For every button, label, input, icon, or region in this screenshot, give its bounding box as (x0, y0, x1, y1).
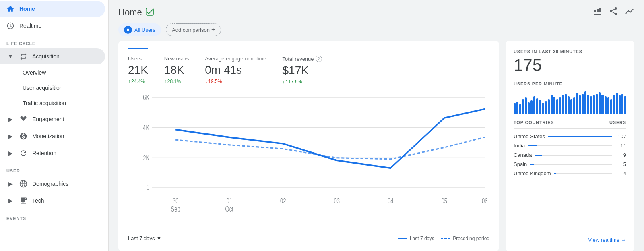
realtime-label: Realtime (19, 23, 41, 29)
engagement-icon (19, 115, 27, 123)
bar (601, 95, 603, 114)
bar (545, 101, 547, 114)
country-bar (528, 145, 537, 146)
tech-label: Tech (32, 197, 44, 204)
sidebar-item-demographics[interactable]: ▶ Demographics (0, 176, 105, 192)
sidebar: Home Realtime LIFE CYCLE ▼ Acquisition O… (0, 0, 109, 251)
svg-text:06: 06 (482, 197, 487, 204)
chart-icon[interactable] (592, 6, 602, 19)
country-bar-wrap (535, 155, 612, 156)
country-bar-wrap (530, 164, 612, 165)
home-icon (6, 5, 14, 13)
bar (553, 97, 555, 114)
compare-icon[interactable] (625, 6, 634, 19)
bar (530, 100, 533, 114)
bar (516, 102, 518, 114)
user-acquisition-label: User acquisition (23, 85, 63, 91)
metric-new-users-label: New users (164, 56, 189, 62)
bar (624, 96, 626, 114)
filter-bar: A All Users Add comparison + (109, 22, 644, 41)
verified-icon (145, 7, 154, 18)
bar (573, 97, 575, 114)
bar (584, 91, 586, 114)
country-count: 5 (615, 161, 626, 167)
down-arrow-icon (205, 79, 207, 84)
events-section: EVENTS (0, 210, 108, 222)
retention-label: Retention (32, 150, 56, 156)
country-name: United States (514, 133, 545, 139)
acquisition-icon (19, 52, 27, 60)
metric-revenue: Total revenue ? $17K 117.6% (283, 56, 322, 85)
all-users-label: All Users (134, 27, 155, 33)
lifecycle-section: LIFE CYCLE (0, 35, 108, 48)
country-bar-wrap (528, 145, 612, 146)
sidebar-item-overview[interactable]: Overview (0, 65, 105, 80)
country-count: 107 (615, 133, 626, 139)
bar (525, 97, 527, 114)
countries-header: TOP COUNTRIES USERS (514, 120, 626, 129)
country-row: United Kingdom4 (514, 170, 626, 176)
legend-preceding-label: Preceding period (453, 236, 489, 241)
svg-text:4K: 4K (143, 124, 149, 131)
svg-text:02: 02 (280, 197, 286, 204)
share-icon[interactable] (609, 6, 618, 19)
legend-last7-label: Last 7 days (410, 236, 434, 241)
retention-icon (19, 149, 27, 157)
sidebar-item-engagement[interactable]: ▶ Engagement (0, 111, 105, 127)
country-name: Canada (514, 152, 532, 158)
svg-text:05: 05 (442, 197, 447, 204)
svg-text:30: 30 (173, 197, 178, 204)
demographics-icon (19, 180, 27, 188)
main-content: Home A All Users Add comparison + (109, 0, 644, 251)
bar (596, 94, 598, 114)
date-range-selector[interactable]: Last 7 days ▼ (128, 235, 161, 241)
bar (593, 95, 595, 114)
bar (562, 95, 564, 114)
add-comparison-button[interactable]: Add comparison + (166, 23, 221, 36)
metric-users-value: 21K (128, 63, 148, 77)
country-bar (548, 136, 612, 137)
acquisition-label: Acquisition (32, 53, 60, 60)
view-realtime-link[interactable]: View realtime → (514, 237, 626, 243)
sidebar-item-acquisition[interactable]: ▼ Acquisition (0, 48, 105, 64)
countries-list: United States107India11Canada9Spain5Unit… (514, 133, 626, 180)
metric-engagement-change: 19.5% (205, 79, 266, 84)
all-users-filter[interactable]: A All Users (118, 23, 161, 36)
chevron-right-icon: ▶ (6, 115, 14, 123)
metric-new-users-change: 28.1% (164, 79, 189, 84)
metric-users-change: 24.4% (128, 79, 148, 84)
bar (590, 96, 592, 114)
bar (579, 95, 581, 114)
bar (528, 102, 530, 114)
bar (542, 103, 544, 114)
sidebar-item-retention[interactable]: ▶ Retention (0, 145, 105, 161)
chart-legend: Last 7 days Preceding period (398, 236, 489, 241)
sidebar-item-tech[interactable]: ▶ Tech (0, 193, 105, 209)
engagement-label: Engagement (32, 116, 64, 122)
bar (607, 97, 609, 114)
bar-chart (514, 89, 626, 114)
bar (613, 95, 615, 114)
user-section: USER (0, 162, 108, 175)
legend-preceding: Preceding period (441, 236, 489, 241)
bar (610, 99, 612, 114)
country-name: United Kingdom (514, 170, 551, 176)
bar (568, 96, 570, 114)
dropdown-icon: ▼ (157, 235, 162, 241)
svg-text:01: 01 (226, 197, 232, 204)
sidebar-item-realtime[interactable]: Realtime (0, 18, 105, 34)
country-count: 11 (615, 143, 626, 149)
info-icon[interactable]: ? (316, 56, 322, 62)
sidebar-item-user-acquisition[interactable]: User acquisition (0, 81, 105, 95)
chevron-right-icon2: ▶ (6, 132, 14, 140)
chevron-right-icon3: ▶ (6, 149, 14, 157)
avatar: A (124, 26, 132, 34)
traffic-acquisition-label: Traffic acquisition (23, 100, 66, 106)
sidebar-item-home[interactable]: Home (0, 1, 105, 17)
metric-new-users: New users 18K 28.1% (164, 56, 189, 85)
solid-line-icon (398, 238, 407, 239)
sidebar-item-monetization[interactable]: ▶ Monetization (0, 128, 105, 144)
country-bar (554, 173, 556, 174)
country-count: 4 (615, 170, 626, 176)
sidebar-item-traffic-acquisition[interactable]: Traffic acquisition (0, 96, 105, 110)
